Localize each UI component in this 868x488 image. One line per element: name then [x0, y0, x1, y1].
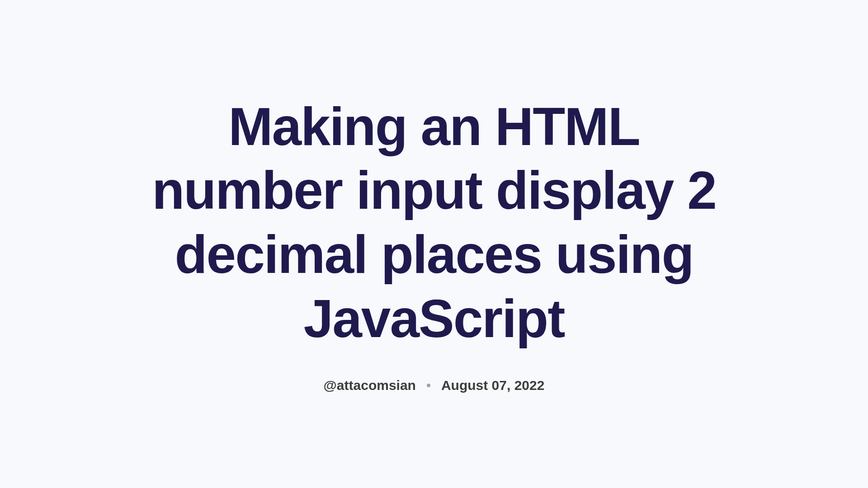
article-meta: @attacomsian August 07, 2022 — [324, 378, 545, 393]
meta-separator-icon — [427, 384, 430, 387]
article-author: @attacomsian — [324, 378, 416, 393]
article-date: August 07, 2022 — [441, 378, 544, 393]
article-title: Making an HTML number input display 2 de… — [131, 95, 737, 351]
